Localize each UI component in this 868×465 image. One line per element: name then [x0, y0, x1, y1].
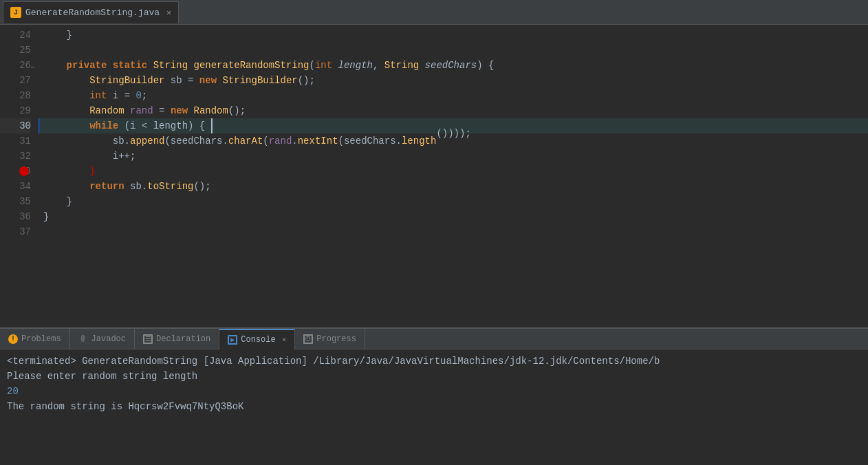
code-line-36: }	[38, 209, 868, 224]
line-27: 27	[0, 73, 31, 88]
java-file-icon: J	[10, 7, 21, 18]
tab-console[interactable]: ▶ Console ✕	[219, 329, 295, 349]
console-input-line2: 20	[7, 384, 861, 399]
editor-tab-file[interactable]: J GenerateRandomString.java ✕	[3, 1, 179, 23]
console-terminated-line: <terminated> GenerateRandomString [Java …	[7, 354, 861, 369]
editor-area: 24 25 26− 27 28 29 30 31 32 33 34 35 36 …	[0, 25, 868, 327]
code-line-35: }	[38, 194, 868, 209]
line-33: 33	[0, 164, 31, 179]
tab-problems[interactable]: ! Problems	[0, 329, 70, 349]
javadoc-icon: @	[78, 334, 88, 344]
tab-problems-label: Problems	[21, 334, 61, 344]
code-line-27: StringBuilder sb = new StringBuilder();	[38, 73, 868, 88]
line-31: 31	[0, 133, 31, 149]
tab-progress[interactable]: ⏱ Progress	[295, 329, 365, 349]
editor-tab-close[interactable]: ✕	[166, 8, 171, 18]
tab-progress-label: Progress	[316, 334, 356, 344]
line-25: 25	[0, 43, 31, 58]
editor-tab-bar: J GenerateRandomString.java ✕	[0, 0, 868, 25]
tab-javadoc[interactable]: @ Javadoc	[70, 329, 135, 349]
line-numbers-gutter: 24 25 26− 27 28 29 30 31 32 33 34 35 36 …	[0, 25, 38, 327]
line-37: 37	[0, 224, 31, 239]
line-35: 35	[0, 194, 31, 209]
line-29: 29	[0, 103, 31, 118]
tab-console-label: Console	[241, 335, 275, 345]
panel-tab-bar: ! Problems @ Javadoc ☰ Declaration ▶ Con…	[0, 329, 868, 349]
code-line-26: private static String generateRandomStri…	[38, 58, 868, 73]
tab-javadoc-label: Javadoc	[91, 334, 126, 344]
code-editor[interactable]: } private static String generateRandomSt…	[38, 25, 868, 327]
code-line-34: return sb.toString();	[38, 179, 868, 194]
bottom-panel: ! Problems @ Javadoc ☰ Declaration ▶ Con…	[0, 327, 868, 465]
console-output: <terminated> GenerateRandomString [Java …	[0, 349, 868, 465]
line-32: 32	[0, 149, 31, 164]
console-output-line3: The random string is Hqcrsw2Fvwq7NtyQ3Bo…	[7, 399, 861, 414]
code-line-37	[38, 224, 868, 239]
line-24: 24	[0, 28, 31, 43]
line-34: 34	[0, 179, 31, 194]
line-26: 26−	[0, 58, 31, 73]
editor-tab-label: GenerateRandomString.java	[25, 8, 160, 18]
code-line-28: int i = 0;	[38, 88, 868, 103]
line-28: 28	[0, 88, 31, 103]
tab-declaration-label: Declaration	[156, 334, 210, 344]
code-line-31: sb.append(seedChars.charAt(rand.nextInt(…	[38, 133, 868, 149]
code-line-25	[38, 43, 868, 58]
console-icon: ▶	[228, 335, 237, 345]
code-line-29: Random rand = new Random();	[38, 103, 868, 118]
console-output-line1: Please enter random string length	[7, 369, 861, 384]
console-tab-close[interactable]: ✕	[282, 335, 287, 344]
declaration-icon: ☰	[143, 334, 153, 344]
problems-icon: !	[8, 334, 18, 344]
code-line-33: }	[38, 164, 868, 179]
tab-declaration[interactable]: ☰ Declaration	[135, 329, 219, 349]
line-30: 30	[0, 118, 31, 133]
progress-icon: ⏱	[303, 334, 313, 344]
code-line-24: }	[38, 28, 868, 43]
line-36: 36	[0, 209, 31, 224]
